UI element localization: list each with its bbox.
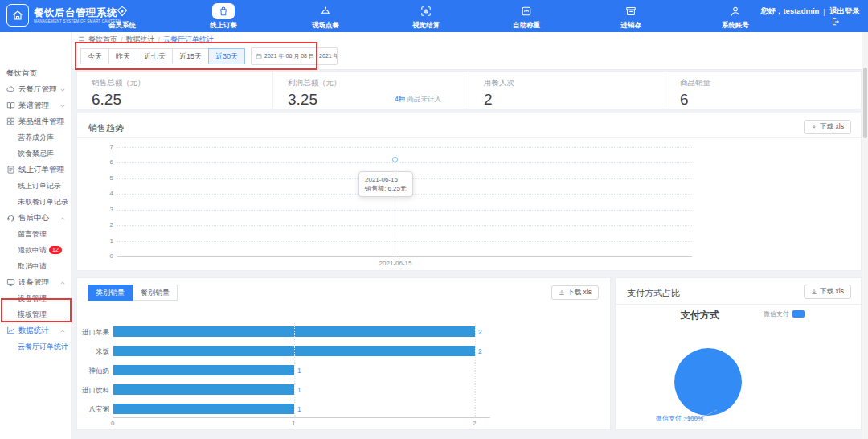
stat-value: 3.25 (288, 91, 469, 109)
sidebar-item-label: 餐饮首页 (6, 68, 37, 79)
nav-item-4[interactable]: 视觉结算 (402, 3, 450, 31)
user-area: 您好，testadmin | 退出登录 (760, 6, 860, 26)
sidebar-item-4[interactable]: 营养成分库 (0, 129, 88, 146)
gridline (117, 162, 692, 163)
header-divider (77, 137, 861, 138)
stat-label: 利润总额（元） (288, 78, 469, 88)
nav-item-label: 自助称重 (513, 21, 540, 31)
chart-tooltip: 2021-06-15 销售额: 6.25元 (358, 171, 413, 197)
scrollbar-thumb[interactable] (863, 68, 867, 138)
bar-value-label: 1 (297, 386, 301, 394)
y-axis-line (113, 323, 113, 417)
date-range-picker[interactable]: 2021 年 06 月 08 日 - 2021 年 07 月 08 日 (251, 47, 338, 65)
stat-items-sold: 商品销量 6 (665, 72, 862, 109)
order-list-icon (6, 166, 15, 174)
pie-legend[interactable]: 微信支付 (764, 310, 805, 318)
payment-share-card: 支付方式占比 下载 xls 支付方式 微信支付 微信支付 : 100% (615, 277, 862, 430)
breadcrumb-item-home[interactable]: 餐饮首页 (88, 35, 117, 45)
y-axis-tick: 7 (97, 143, 113, 150)
sidebar-item-label: 线上订单管理 (18, 165, 64, 175)
filter-7days-button[interactable]: 近七天 (137, 48, 173, 64)
stat-diner-count: 用餐人次 2 (469, 72, 665, 109)
chevron-up-icon (59, 118, 66, 127)
nav-item-7[interactable]: 系统账号 (711, 3, 760, 31)
stat-value: 6.25 (92, 91, 272, 109)
download-icon (811, 124, 817, 130)
sidebar-item-3[interactable]: 菜品组件管理 (0, 113, 71, 129)
nav-item-label: 视觉结算 (412, 21, 440, 31)
nav-item-1[interactable]: 会员系统 (98, 3, 146, 31)
pie-chart-title: 支付方式 (648, 309, 752, 322)
y-axis-tick: 1 (97, 237, 113, 244)
online-order-icon (212, 3, 235, 19)
sidebar-item-1[interactable]: 云餐厅管理 (0, 81, 71, 97)
sidebar-item-9[interactable]: 售后中心 (0, 210, 71, 226)
aftersale-icon (6, 214, 15, 223)
stat-label: 商品销量 (680, 78, 862, 88)
logout-link[interactable]: 退出登录 (829, 6, 860, 17)
sidebar-item-label: 售后中心 (18, 213, 49, 224)
sidebar-item-label: 线上订单记录 (18, 181, 61, 191)
payment-card-title: 支付方式占比 (627, 287, 680, 299)
download-icon (811, 289, 817, 295)
filter-yesterday-button[interactable]: 昨天 (108, 48, 137, 64)
gridline (294, 323, 296, 417)
sidebar-item-label: 设备管理 (18, 293, 47, 304)
data-point-marker[interactable] (392, 157, 398, 162)
sidebar-item-12[interactable]: 取消申请 (0, 258, 88, 274)
notification-badge: 12 (49, 246, 62, 254)
self-weigh-icon (516, 3, 537, 19)
sidebar-item-5[interactable]: 饮食禁忌库 (0, 146, 88, 162)
sidebar-item-15[interactable]: 模板管理 (0, 306, 88, 322)
scrollbar[interactable] (862, 32, 868, 439)
chevron-up-icon (59, 166, 66, 175)
stat-value: 6 (680, 91, 862, 109)
legend-swatch (792, 310, 805, 318)
stat-note-highlight: 4种 (395, 95, 405, 103)
chevron-up-icon (59, 327, 66, 336)
sidebar-item-10[interactable]: 留言管理 (0, 226, 88, 242)
logout-icon[interactable] (760, 18, 860, 26)
menu-book-icon (6, 101, 15, 110)
y-axis-tick: 3 (97, 206, 113, 213)
nav-item-3[interactable]: 现场点餐 (301, 3, 350, 31)
sidebar-item-0[interactable]: 餐饮首页 (0, 65, 77, 81)
filter-15days-button[interactable]: 近15天 (172, 48, 209, 64)
vision-checkout-icon (416, 3, 436, 19)
sidebar-item-14[interactable]: 设备管理 (0, 290, 88, 306)
y-axis-tick: 2 (97, 221, 113, 228)
header-divider (616, 304, 861, 305)
filter-30days-button[interactable]: 近30天 (208, 48, 245, 64)
bar-2[interactable] (113, 365, 294, 375)
nav-item-5[interactable]: 自助称重 (502, 3, 551, 31)
gridline (475, 323, 477, 417)
bar-category-label: 八宝粥 (77, 405, 109, 415)
filter-today-button[interactable]: 今天 (80, 48, 109, 64)
sidebar-item-13[interactable]: 设备管理 (0, 274, 71, 290)
breadcrumb-item-stats[interactable]: 数据统计 (126, 35, 155, 45)
sidebar-item-label: 模板管理 (18, 310, 47, 320)
bar-3[interactable] (113, 384, 294, 395)
sidebar-item-16[interactable]: 数据统计 (0, 322, 71, 338)
bar-value-label: 1 (297, 405, 301, 413)
sidebar-item-8[interactable]: 未取餐订单记录 (0, 194, 88, 210)
nav-item-2[interactable]: 线上订餐 (199, 3, 248, 31)
payment-download-button[interactable]: 下载 xls (804, 285, 851, 299)
sidebar-item-6[interactable]: 线上订单管理 (0, 162, 71, 178)
bar-4[interactable] (113, 404, 294, 414)
sidebar-item-label: 菜谱管理 (18, 101, 49, 111)
nav-item-label: 系统账号 (722, 21, 749, 31)
sidebar-item-label: 取消申请 (18, 261, 47, 272)
sidebar-item-label: 营养成分库 (18, 133, 54, 143)
trend-download-button[interactable]: 下载 xls (804, 120, 851, 134)
bar-category-label: 进口饮料 (77, 386, 109, 396)
sidebar-item-7[interactable]: 线上订单记录 (0, 178, 88, 194)
nav-item-6[interactable]: 进销存 (607, 3, 655, 31)
sidebar-item-label: 饮食禁忌库 (18, 149, 54, 159)
pie-slice-wechat[interactable] (674, 348, 742, 416)
stat-total-profit: 利润总额（元） 3.25 4种 商品未计入 (273, 72, 469, 109)
sidebar-item-2[interactable]: 菜谱管理 (0, 97, 71, 113)
sidebar-item-11[interactable]: 退款申请12 (0, 242, 88, 258)
gridline (117, 225, 692, 226)
sidebar-item-17[interactable]: 云餐厅订单统计 (0, 338, 88, 355)
